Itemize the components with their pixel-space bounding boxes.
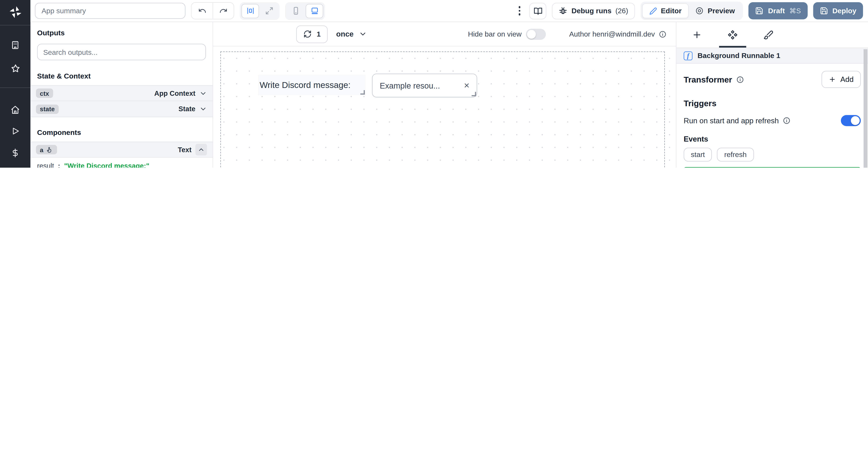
redo-button[interactable] (213, 3, 234, 19)
draft-button[interactable]: Draft⌘S (749, 2, 808, 19)
resize-handle[interactable] (361, 90, 365, 95)
canvas-column: 1 once Hide bar on view Author henri@win… (213, 22, 677, 168)
hand-pointer-icon (47, 146, 54, 153)
outputs-title: Outputs (31, 22, 213, 42)
state-context-title: State & Context (31, 62, 213, 85)
run-on-start-label: Run on start and app refresh (684, 117, 779, 125)
add-transformer-button[interactable]: Add (822, 71, 861, 88)
save-icon (819, 7, 828, 15)
select-value: Example resou... (380, 81, 440, 90)
output-kv-row[interactable]: result:"Write Discord message:" (31, 160, 213, 168)
selected-runnable-header: f Background Runnable 1 (677, 48, 868, 64)
ctx-row[interactable]: ctx App Context (31, 85, 213, 101)
hide-bar-toggle[interactable] (526, 29, 546, 39)
layout-toggle-group (240, 2, 279, 20)
top-toolbar: Debug runs (26) Editor Preview Draft⌘S (31, 0, 868, 22)
scrollbar-thumb[interactable] (864, 49, 867, 168)
info-icon[interactable] (659, 30, 667, 38)
clear-select-icon[interactable]: × (464, 80, 469, 91)
right-panel-body: Transformer Add Triggers Run on start an… (677, 64, 868, 168)
debug-runs-label: Debug runs (571, 7, 612, 15)
refresh-icon (303, 30, 312, 38)
fullscreen-button[interactable] (260, 4, 278, 18)
schedule-select[interactable]: once (336, 30, 367, 38)
windmill-app-editor: Debug runs (26) Editor Preview Draft⌘S (0, 0, 868, 168)
chevron-down-icon[interactable] (199, 105, 207, 113)
run-on-start-toggle[interactable] (841, 115, 861, 126)
resize-handle[interactable] (472, 92, 476, 96)
more-options-kebab-icon[interactable] (516, 6, 524, 15)
variables-dollar-icon[interactable] (0, 145, 31, 160)
save-icon (755, 7, 764, 15)
hide-bar-control: Hide bar on view (468, 29, 546, 39)
editor-preview-segment: Editor Preview (640, 2, 743, 20)
refresh-count-button[interactable]: 1 (296, 25, 328, 43)
chevron-down-icon (359, 30, 367, 38)
function-icon: f (684, 51, 692, 60)
tab-insert-component[interactable] (684, 22, 710, 47)
debug-runs-button[interactable]: Debug runs (26) (552, 2, 635, 19)
event-chip[interactable]: start (684, 148, 712, 162)
windmill-logo[interactable] (8, 5, 23, 20)
hide-bar-label: Hide bar on view (468, 30, 522, 38)
undo-redo-group (191, 2, 234, 19)
state-badge: state (36, 104, 59, 113)
device-toggle-group (285, 2, 325, 20)
mobile-view-button[interactable] (287, 4, 304, 18)
state-row[interactable]: state State (31, 101, 213, 117)
right-panel-tabs (677, 22, 868, 48)
search-outputs-input[interactable] (37, 44, 206, 60)
left-icon-rail (0, 0, 31, 168)
preview-eye-icon (695, 7, 704, 15)
runs-play-icon[interactable] (0, 123, 31, 139)
workspace-icon[interactable] (0, 37, 31, 53)
plus-icon (829, 76, 836, 83)
values-watched-box: Values watched b.result Add dep (684, 167, 861, 168)
author-info: Author henri@windmill.dev (569, 30, 666, 38)
app-summary-input[interactable] (35, 3, 185, 19)
center-align-button[interactable] (241, 4, 259, 18)
pencil-icon (649, 7, 657, 15)
favorites-star-icon[interactable] (0, 61, 31, 76)
app-canvas[interactable]: Write Discord message: Example resou... … (213, 46, 676, 168)
tab-settings-components[interactable] (719, 22, 746, 47)
component-a-row[interactable]: a Text (31, 141, 213, 158)
selected-runnable-name: Background Runnable 1 (698, 52, 780, 60)
docs-book-button[interactable] (529, 2, 547, 19)
component-a-outputs: result:"Write Discord message:"loading:u… (31, 158, 213, 168)
debug-runs-count: (26) (615, 7, 628, 15)
resources-boxes-icon[interactable] (0, 166, 31, 168)
info-icon[interactable] (783, 117, 790, 125)
canvas-toolbar: 1 once Hide bar on view Author henri@win… (213, 22, 676, 46)
state-type: State (179, 105, 195, 113)
outputs-panel: Outputs State & Context ctx App Context … (31, 22, 213, 168)
ctx-type: App Context (154, 89, 195, 97)
component-a-type: Text (178, 146, 191, 154)
chevron-down-icon[interactable] (199, 89, 207, 97)
component-a-badge: a (36, 145, 57, 155)
undo-button[interactable] (191, 3, 213, 19)
components-title: Components (31, 117, 213, 141)
rail-divider (0, 25, 31, 26)
event-chips: startrefresh (684, 148, 861, 162)
events-title: Events (684, 135, 861, 143)
deploy-button[interactable]: Deploy (813, 2, 863, 19)
bug-icon (559, 6, 568, 15)
triggers-title: Triggers (684, 98, 861, 108)
desktop-view-button[interactable] (306, 4, 323, 18)
refresh-count: 1 (317, 30, 321, 38)
rail-divider (0, 87, 31, 88)
text-component[interactable]: Write Discord message: (258, 75, 365, 95)
ctx-badge: ctx (36, 89, 53, 98)
collapse-button[interactable] (195, 144, 207, 156)
tab-styling-brush[interactable] (755, 22, 782, 47)
runnable-settings-panel: f Background Runnable 1 Transformer Add … (677, 22, 868, 168)
transformer-title: Transformer (684, 75, 732, 84)
tab-preview[interactable]: Preview (689, 3, 741, 18)
event-chip[interactable]: refresh (717, 148, 754, 162)
app-boundary-frame (220, 52, 665, 168)
tab-editor[interactable]: Editor (642, 3, 689, 18)
resource-select-component[interactable]: Example resou... × (372, 73, 477, 97)
home-icon[interactable] (0, 102, 31, 117)
info-icon[interactable] (736, 75, 744, 83)
